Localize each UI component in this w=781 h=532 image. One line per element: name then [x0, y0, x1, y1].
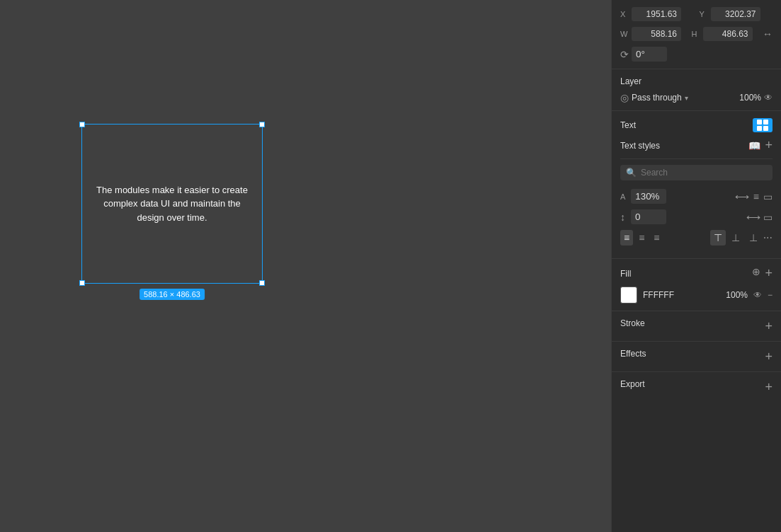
canvas-area: The modules make it easier to create com…: [0, 0, 611, 532]
spacing-icons: ⟷ ▭: [746, 212, 773, 223]
spacing-icon: ↕: [620, 212, 625, 223]
blend-icon: ◎: [620, 92, 629, 103]
effects-section: Effects +: [612, 342, 781, 372]
add-export-button[interactable]: +: [765, 381, 773, 393]
x-label: X: [620, 10, 629, 18]
blend-chevron-icon: ▾: [685, 94, 688, 102]
text-styles-row: Text styles 📖 +: [620, 138, 773, 159]
font-extra-icon3: ▭: [763, 191, 773, 202]
y-field: Y: [700, 7, 773, 21]
fill-header-icons: ⊕ +: [752, 266, 773, 281]
constrain-proportions-icon[interactable]: ↔: [763, 28, 773, 40]
wh-row: W H ↔: [620, 27, 773, 41]
x-field: X: [620, 7, 694, 21]
font-size-input[interactable]: [631, 189, 666, 204]
opacity-value[interactable]: 100%: [739, 93, 761, 103]
y-label: Y: [700, 10, 708, 18]
text-styles-label: Text styles: [620, 141, 660, 151]
canvas-content: The modules make it easier to create com…: [0, 0, 611, 532]
handle-bottom-left[interactable]: [79, 280, 85, 286]
coordinates-section: X Y W H ↔ ⟳: [612, 0, 781, 69]
vertical-align-group: ⊤ ⊥ ⊥ ···: [710, 230, 773, 245]
export-title: Export: [620, 379, 645, 389]
rotation-input[interactable]: [632, 47, 667, 62]
font-extra: ⟷ ≡ ▭: [735, 191, 773, 202]
text-align-row: ≡ ≡ ≡ ⊤ ⊥ ⊥ ···: [620, 230, 773, 245]
layer-row: ◎ Pass through ▾ 100% 👁: [620, 92, 773, 103]
rotation-row: ⟳: [620, 47, 773, 62]
grid-icon: [757, 120, 768, 131]
valign-middle-button[interactable]: ⊥: [728, 230, 743, 245]
rotation-icon: ⟳: [620, 49, 629, 60]
fill-opacity-value[interactable]: 100%: [719, 290, 748, 300]
x-input[interactable]: [632, 7, 681, 21]
export-section: Export +: [612, 372, 781, 402]
more-text-options-button[interactable]: ···: [763, 230, 773, 245]
visibility-icon[interactable]: 👁: [764, 93, 773, 103]
spacing-input[interactable]: [631, 209, 666, 224]
h-field: H: [692, 27, 758, 41]
align-center-button[interactable]: ≡: [635, 230, 648, 245]
blend-mode-label: Pass through: [632, 93, 682, 103]
text-section-title: Text: [620, 120, 636, 130]
effects-header: Effects +: [620, 349, 773, 364]
valign-top-button[interactable]: ⊤: [710, 230, 726, 245]
element-text-content: The modules make it easier to create com…: [82, 176, 262, 232]
stroke-section: Stroke +: [612, 311, 781, 342]
right-panel: X Y W H ↔ ⟳ Layer: [611, 0, 781, 532]
search-input[interactable]: [641, 168, 767, 178]
blend-mode-selector[interactable]: ◎ Pass through ▾: [620, 92, 688, 103]
add-style-button[interactable]: +: [765, 138, 773, 153]
w-input[interactable]: [632, 27, 681, 41]
font-extra-icon1: ⟷: [735, 191, 749, 202]
selected-element[interactable]: The modules make it easier to create com…: [81, 124, 263, 284]
w-field: W: [620, 27, 686, 41]
fill-color-hex[interactable]: FFFFFF: [643, 290, 714, 300]
layer-section: Layer ◎ Pass through ▾ 100% 👁: [612, 69, 781, 111]
xy-row: X Y: [620, 7, 773, 21]
stroke-title: Stroke: [620, 318, 645, 328]
search-box: 🔍: [620, 165, 773, 180]
h-label: H: [692, 30, 700, 38]
search-icon: 🔍: [626, 168, 637, 178]
add-effect-button[interactable]: +: [765, 350, 773, 363]
horizontal-align-group: ≡ ≡ ≡: [620, 230, 663, 245]
text-styles-icons: 📖 +: [748, 138, 773, 153]
fill-visibility-icon[interactable]: 👁: [753, 290, 762, 300]
align-left-button[interactable]: ≡: [620, 230, 633, 245]
handle-bottom-right[interactable]: [259, 280, 265, 286]
align-right-button[interactable]: ≡: [650, 230, 663, 245]
fill-title: Fill: [620, 269, 631, 279]
effects-title: Effects: [620, 349, 646, 359]
font-extra-icon2: ≡: [753, 191, 759, 202]
add-stroke-button[interactable]: +: [765, 320, 773, 332]
spacing-icon2: ⟷: [746, 212, 760, 223]
h-input[interactable]: [703, 27, 753, 41]
text-grid-button[interactable]: [753, 118, 773, 132]
fill-row: FFFFFF 100% 👁 −: [620, 287, 773, 303]
valign-bottom-button[interactable]: ⊥: [746, 230, 761, 245]
book-icon[interactable]: 📖: [748, 140, 760, 151]
handle-top-right[interactable]: [259, 122, 265, 127]
export-header: Export +: [620, 379, 773, 395]
fill-header: Fill ⊕ +: [620, 266, 773, 281]
layer-title: Layer: [620, 76, 773, 86]
font-size-row: A ⟷ ≡ ▭: [620, 186, 773, 204]
spacing-row: ↕ ⟷ ▭: [620, 209, 773, 224]
spacing-icon3: ▭: [763, 212, 773, 223]
text-section-header: Text: [620, 118, 773, 132]
remove-fill-button[interactable]: −: [768, 290, 773, 300]
stroke-header: Stroke +: [620, 318, 773, 334]
fill-target-icon[interactable]: ⊕: [752, 266, 760, 281]
y-input[interactable]: [711, 7, 760, 21]
w-label: W: [620, 30, 629, 38]
fill-section: Fill ⊕ + FFFFFF 100% 👁 −: [612, 259, 781, 311]
font-size-icon: A: [620, 192, 625, 201]
opacity-area: 100% 👁: [739, 93, 773, 103]
text-section: Text Text styles 📖 + 🔍: [612, 111, 781, 259]
handle-top-left[interactable]: [79, 122, 85, 127]
dimension-label: 588.16 × 486.63: [139, 289, 205, 300]
fill-color-swatch[interactable]: [620, 287, 637, 303]
add-fill-button[interactable]: +: [765, 266, 773, 281]
